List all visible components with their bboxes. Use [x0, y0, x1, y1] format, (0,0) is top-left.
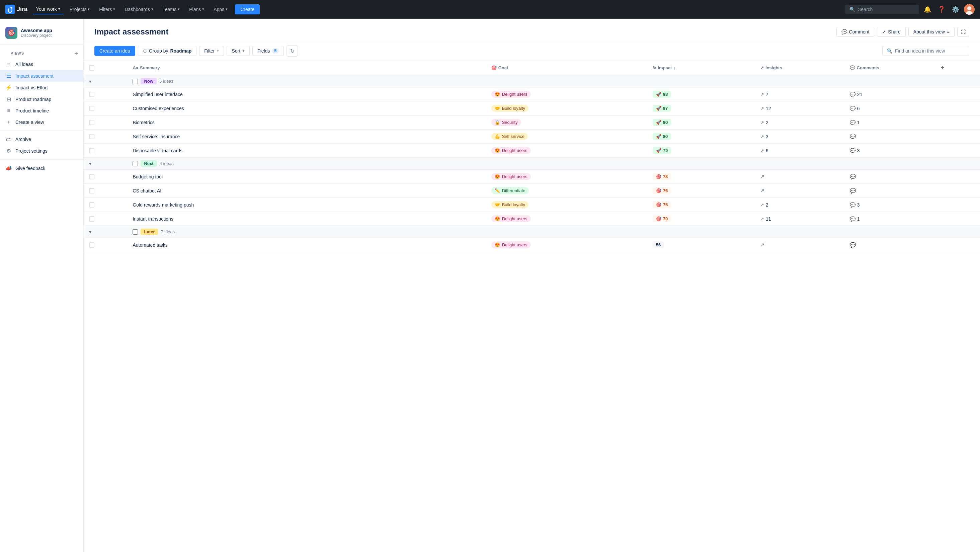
idea-search[interactable]: 🔍	[882, 46, 969, 56]
th-checkbox	[84, 61, 127, 75]
row-insights-cell: ↗	[755, 170, 845, 184]
row-checkbox[interactable]	[89, 148, 94, 153]
select-all-checkbox[interactable]	[89, 65, 94, 71]
sidebar-item-impact-vs-effort[interactable]: ⚡ Impact vs Effort	[0, 82, 83, 93]
impact-icon: 🎯	[656, 174, 661, 179]
group-checkbox[interactable]	[132, 79, 138, 84]
nav-your-work[interactable]: Your work ▾	[33, 4, 64, 14]
goal-pill[interactable]: 💪 Self service	[492, 133, 528, 140]
sidebar-item-give-feedback[interactable]: 📣 Give feedback	[0, 162, 83, 174]
nav-projects[interactable]: Projects ▾	[66, 5, 93, 14]
sidebar-item-product-timeline[interactable]: ≡ Product timeline	[0, 105, 83, 116]
nav-filters[interactable]: Filters ▾	[96, 5, 118, 14]
idea-name[interactable]: Biometrics	[132, 120, 154, 125]
sidebar-item-product-roadmap[interactable]: ⊞ Product roadmap	[0, 93, 83, 105]
sidebar-item-create-view[interactable]: + Create a view	[0, 116, 83, 128]
idea-name[interactable]: Simplified user interface	[132, 92, 182, 97]
expand-button[interactable]: ⛶	[957, 27, 969, 37]
impact-icon: 🚀	[656, 92, 661, 97]
group-count: 5 ideas	[159, 79, 173, 84]
row-checkbox-cell	[84, 130, 127, 143]
idea-search-input[interactable]	[895, 48, 965, 54]
row-checkbox[interactable]	[89, 202, 94, 208]
nav-dashboards[interactable]: Dashboards ▾	[121, 5, 157, 14]
refresh-button[interactable]: ↻	[286, 45, 298, 57]
insights-empty-icon: ↗	[760, 242, 764, 248]
group-checkbox[interactable]	[132, 229, 138, 235]
group-chevron-cell: ▾	[84, 75, 127, 87]
th-impact[interactable]: fx Impact ↓	[647, 61, 755, 75]
idea-name[interactable]: Gold rewards marketing push	[132, 202, 194, 208]
row-checkbox[interactable]	[89, 188, 94, 194]
sidebar-item-project-settings[interactable]: ⚙ Project settings	[0, 145, 83, 157]
row-checkbox[interactable]	[89, 216, 94, 222]
idea-name[interactable]: Disposable virtual cards	[132, 148, 182, 153]
idea-name[interactable]: Automated tasks	[132, 242, 167, 248]
idea-name[interactable]: CS chatbot AI	[132, 188, 161, 194]
group-checkbox[interactable]	[132, 161, 138, 166]
sidebar-item-label: Impact assesment	[15, 73, 54, 79]
create-button[interactable]: Create	[235, 4, 260, 14]
row-checkbox[interactable]	[89, 120, 94, 125]
user-avatar[interactable]	[964, 4, 975, 15]
row-goal-cell: 😍 Delight users	[486, 87, 647, 102]
goal-pill[interactable]: 😍 Delight users	[492, 147, 531, 154]
goal-pill[interactable]: 😍 Delight users	[492, 173, 531, 180]
notifications-icon[interactable]: 🔔	[922, 4, 933, 15]
trend-icon: ↗	[760, 148, 764, 153]
goal-emoji: 💪	[495, 134, 500, 139]
idea-name[interactable]: Budgeting tool	[132, 174, 163, 180]
group-collapse-icon[interactable]: ▾	[89, 229, 91, 235]
help-icon[interactable]: ❓	[936, 4, 947, 15]
group-collapse-icon[interactable]: ▾	[89, 161, 91, 166]
sidebar-item-all-ideas[interactable]: ≡ All ideas	[0, 59, 83, 70]
group-collapse-icon[interactable]: ▾	[89, 79, 91, 84]
sort-button[interactable]: Sort +	[227, 46, 250, 56]
logo-text: Jira	[17, 6, 27, 13]
row-checkbox-cell	[84, 212, 127, 226]
group-by-button[interactable]: ⊙ Group by Roadmap	[138, 46, 196, 56]
goal-pill[interactable]: 🔒 Security	[492, 119, 521, 126]
comment-button[interactable]: 💬 Comment	[837, 27, 875, 37]
add-column-icon[interactable]: +	[940, 63, 946, 72]
sidebar-item-impact-assessment[interactable]: ☰ Impact assesment	[0, 70, 83, 82]
group-badge: Later	[141, 229, 158, 235]
comments-value: 💬21	[850, 92, 929, 97]
settings-icon[interactable]: ⚙️	[950, 4, 961, 15]
sidebar-item-archive[interactable]: 🗃 Archive	[0, 134, 83, 145]
sidebar-item-label: Product roadmap	[15, 97, 51, 102]
idea-name[interactable]: Customised experiences	[132, 106, 184, 111]
row-impact-cell: 🎯76	[647, 184, 755, 198]
goal-pill[interactable]: 😍 Delight users	[492, 215, 531, 222]
row-impact-cell: 56	[647, 238, 755, 252]
filter-button[interactable]: Filter +	[199, 46, 224, 56]
global-search[interactable]: 🔍 Search	[845, 5, 919, 14]
nav-teams[interactable]: Teams ▾	[159, 5, 183, 14]
row-comments-cell: 💬21	[845, 87, 934, 102]
idea-name[interactable]: Instant transactions	[132, 216, 173, 222]
nav-plans[interactable]: Plans ▾	[186, 5, 207, 14]
trend-icon: ↗	[760, 134, 764, 139]
share-button[interactable]: ↗ Share	[877, 27, 905, 37]
about-this-view-button[interactable]: About this view ≡	[908, 27, 955, 37]
create-idea-button[interactable]: Create an idea	[94, 46, 135, 56]
row-checkbox[interactable]	[89, 242, 94, 248]
nav-apps[interactable]: Apps ▾	[210, 5, 231, 14]
idea-name[interactable]: Self service: insurance	[132, 134, 180, 139]
goal-pill[interactable]: 😍 Delight users	[492, 241, 531, 248]
app-logo[interactable]: Jira	[5, 5, 27, 14]
goal-pill[interactable]: ✏️ Differentiate	[492, 187, 529, 194]
goal-pill[interactable]: 🤝 Build loyalty	[492, 201, 528, 208]
fields-button[interactable]: Fields 5	[252, 46, 284, 56]
add-view-icon[interactable]: +	[74, 50, 78, 57]
row-checkbox[interactable]	[89, 92, 94, 97]
goal-pill[interactable]: 😍 Delight users	[492, 91, 531, 98]
goal-pill[interactable]: 🤝 Build loyalty	[492, 105, 528, 112]
th-add-column[interactable]: +	[934, 61, 980, 75]
archive-icon: 🗃	[5, 136, 12, 142]
row-checkbox[interactable]	[89, 174, 94, 180]
row-checkbox[interactable]	[89, 134, 94, 139]
row-checkbox[interactable]	[89, 106, 94, 111]
plus-icon: +	[216, 49, 219, 53]
project-header[interactable]: 🎯 Awesome app Discovery project	[0, 24, 83, 45]
